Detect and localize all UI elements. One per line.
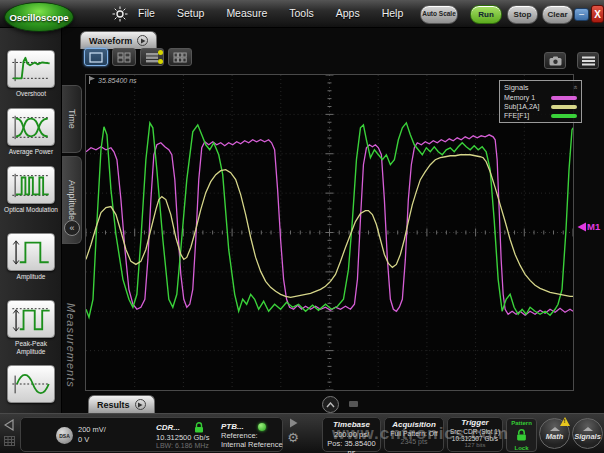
settings-sun-icon[interactable] [112, 6, 128, 26]
screenshot-camera-button[interactable] [544, 52, 566, 69]
menu-help[interactable]: Help [382, 7, 404, 19]
trigger-bits: 127 bits [448, 442, 502, 449]
m1-marker[interactable]: M1 [577, 221, 600, 232]
waveform-display[interactable]: 35.85400 ns Signals « Memory 1 Sub[1A,2A… [85, 74, 574, 391]
amplitude-button[interactable] [7, 233, 55, 271]
overshoot-button[interactable] [7, 50, 55, 88]
cdr-title: CDR... [156, 423, 180, 432]
sub-swatch [551, 105, 577, 109]
timebase-position-flag: 35.85400 ns [89, 76, 137, 84]
chevron-up-icon [326, 402, 335, 408]
toolbar-dots [158, 50, 163, 64]
oscilloscope-logo: Oscilloscope [4, 2, 74, 32]
clear-button[interactable]: Clear [542, 5, 573, 24]
play-icon[interactable] [137, 35, 148, 46]
menu-tools[interactable]: Tools [289, 7, 314, 19]
marker-arrow-icon [577, 222, 586, 232]
menu-measure[interactable]: Measure [226, 7, 267, 19]
measurements-panel-label: Measurements [65, 303, 77, 388]
minimize-button[interactable]: – [574, 8, 589, 21]
panel-resize-handle[interactable] [349, 401, 358, 407]
collapse-panel-button[interactable] [322, 396, 339, 413]
peak-peak-amplitude-button[interactable] [7, 300, 55, 338]
title-bar: Oscilloscope File Setup Measure Tools Ap… [0, 0, 604, 28]
yellow-dot-icon [158, 50, 163, 55]
average-power-icon [9, 113, 53, 141]
hamburger-icon [582, 56, 595, 66]
ptb-reference-label: Reference: [221, 431, 283, 440]
sidebar-collapse-button[interactable]: « [64, 220, 80, 236]
yellow-dot-icon [158, 59, 163, 64]
cdr-rate: 10.312500 Gb/s [156, 433, 231, 442]
cdr-status[interactable]: CDR... 10.312500 Gb/s LBW: 6.186 MHz [156, 422, 231, 449]
math-button[interactable]: Math [539, 418, 570, 449]
cdr-lbw: LBW: 6.186 MHz [156, 442, 231, 449]
measurement-label: Amplitude [0, 273, 62, 281]
timebase-title: Timebase [323, 420, 380, 430]
scroll-right-icon[interactable] [289, 418, 298, 428]
legend-title: Signals [504, 83, 529, 92]
timebase-position: Pos: 35.85400 ns [323, 439, 380, 453]
optical-modulation-icon [9, 171, 53, 199]
trigger-rate: 10.312507 Gb/s [448, 435, 502, 442]
menu-bar: File Setup Measure Tools Apps Help [138, 7, 403, 19]
trigger-source: Src: CDR (Slot 1) [448, 428, 502, 435]
channel-offset: 0 V [78, 435, 106, 445]
chevron-up-icon [550, 427, 560, 431]
legend-collapse-icon[interactable]: « [571, 86, 580, 90]
lock-icon [194, 422, 204, 433]
legend-item: Memory 1 [504, 94, 577, 101]
acquisition-points: 2345 pts [385, 438, 443, 447]
gear-icon[interactable]: ⚙ [287, 431, 299, 444]
ptb-status[interactable]: PTB... Reference: Internal Reference [221, 422, 283, 449]
memory1-swatch [551, 96, 577, 100]
acquisition-panel[interactable]: Acquisition Full Pattern: Off 2345 pts [384, 417, 444, 452]
tab-results[interactable]: Results [88, 395, 155, 413]
menu-apps[interactable]: Apps [336, 7, 360, 19]
legend-item: FFE[F1] [504, 112, 577, 119]
optical-modulation-button[interactable] [7, 166, 55, 204]
peak-peak-amplitude-icon [9, 305, 53, 333]
tab-time[interactable]: Time [62, 85, 82, 153]
channel-scale: 200 mV/ [78, 425, 106, 435]
menu-setup[interactable]: Setup [177, 7, 204, 19]
ptb-reference-value: Internal Reference [221, 440, 283, 449]
ptb-title: PTB... [221, 422, 244, 431]
trigger-panel[interactable]: Trigger Src: CDR (Slot 1) 10.312507 Gb/s… [447, 417, 503, 452]
pattern-lock-icon [516, 429, 527, 441]
chevron-up-icon [583, 427, 593, 431]
channel-status-panel[interactable]: DSA 200 mV/ 0 V CDR... 10.312500 Gb/s LB… [20, 417, 283, 452]
stop-button[interactable]: Stop [507, 5, 538, 24]
average-power-button[interactable] [7, 108, 55, 146]
close-button[interactable]: X [591, 5, 604, 23]
scroll-left-icon[interactable] [4, 419, 14, 431]
timebase-panel[interactable]: Timebase 200.00 ps/ Pos: 35.85400 ns [322, 417, 381, 452]
run-button[interactable]: Run [470, 5, 502, 24]
timebase-scale: 200.00 ps/ [323, 430, 380, 439]
trigger-title: Trigger [448, 419, 502, 428]
signals-legend[interactable]: Signals « Memory 1 Sub[1A,2A] FFE[F1] [499, 80, 582, 123]
amplitude-icon [9, 238, 53, 266]
status-bar: DSA 200 mV/ 0 V CDR... 10.312500 Gb/s LB… [0, 413, 604, 453]
layout-quad-button[interactable] [112, 48, 136, 66]
auto-scale-button[interactable]: Auto Scale [420, 5, 458, 24]
menu-file[interactable]: File [138, 7, 155, 19]
legend-item: Sub[1A,2A] [504, 103, 577, 110]
play-icon[interactable] [135, 399, 146, 410]
layout-single-button[interactable] [84, 48, 108, 66]
camera-icon [549, 56, 562, 66]
oscilloscope-window: Oscilloscope File Setup Measure Tools Ap… [0, 0, 604, 453]
statusbar-left-controls [1, 417, 17, 451]
signals-button[interactable]: Signals [572, 418, 603, 449]
rms-button[interactable] [7, 365, 55, 403]
layout-grid-button[interactable] [168, 48, 192, 66]
app-title: Oscilloscope [9, 12, 68, 23]
tab-waveform[interactable]: Waveform [80, 31, 157, 49]
warning-icon [560, 417, 570, 426]
pattern-lock-button[interactable]: Pattern Lock [506, 418, 537, 452]
ffe-swatch [551, 114, 577, 118]
display-menu-button[interactable] [577, 52, 599, 69]
acquisition-title: Acquisition [385, 420, 443, 430]
category-tabstrip: Time Amplitude « Measurements [62, 28, 83, 413]
keypad-icon[interactable] [4, 436, 15, 446]
